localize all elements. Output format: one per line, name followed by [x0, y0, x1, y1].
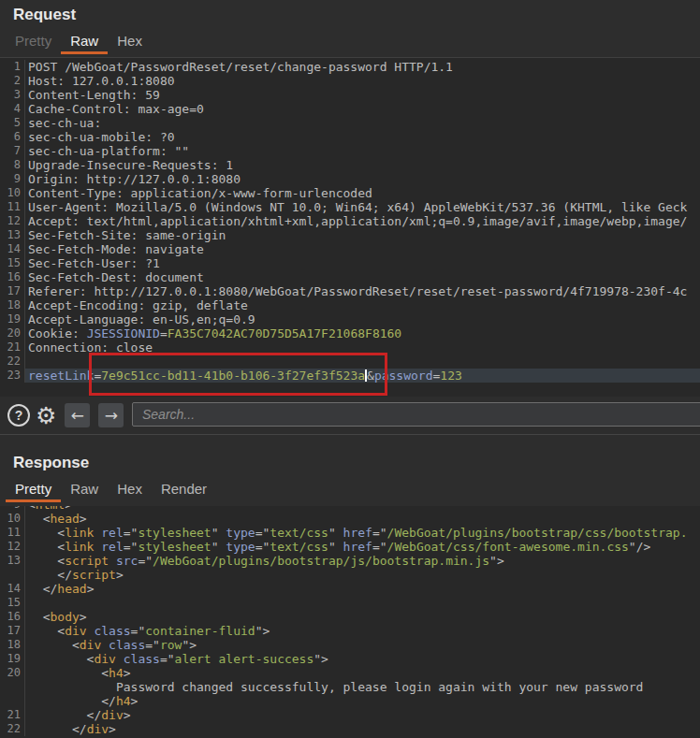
code-line-text: Accept: text/html,application/xhtml+xml,…	[25, 214, 700, 228]
response-tab-raw[interactable]: Raw	[61, 477, 108, 502]
line-number: 8	[0, 158, 25, 172]
code-line[interactable]: 5sec-ch-ua:	[0, 116, 700, 130]
code-line[interactable]: 12 <link rel="stylesheet" type="text/css…	[0, 540, 700, 554]
code-line-text: <link rel="stylesheet" type="text/css" h…	[25, 526, 700, 540]
code-line-text: Content-Type: application/x-www-form-url…	[25, 186, 700, 200]
request-header: Request Pretty Raw Hex	[0, 0, 700, 58]
response-editor[interactable]: 9<html>10 <head>11 <link rel="stylesheet…	[0, 506, 700, 736]
code-line[interactable]: 7sec-ch-ua-platform: ""	[0, 144, 700, 158]
code-line-text: </head>	[25, 582, 700, 596]
code-line[interactable]: 10Content-Type: application/x-www-form-u…	[0, 186, 700, 200]
code-line[interactable]: 23resetLink=7e9c51cc-bd11-41b0-b106-3f27…	[0, 369, 700, 383]
code-line-text: Accept-Encoding: gzip, deflate	[25, 298, 700, 312]
code-line[interactable]: 11User-Agent: Mozilla/5.0 (Windows NT 10…	[0, 200, 700, 214]
help-icon[interactable]: ?	[7, 404, 30, 427]
code-line[interactable]: 21 </div>	[0, 708, 700, 722]
code-line[interactable]: 18Accept-Encoding: gzip, deflate	[0, 298, 700, 312]
code-line[interactable]: 2Host: 127.0.0.1:8080	[0, 74, 700, 88]
code-line[interactable]: 10 <head>	[0, 512, 700, 526]
code-line[interactable]: 18 <div class="row">	[0, 638, 700, 652]
code-line-text: <head>	[25, 512, 700, 526]
code-line[interactable]: 21Connection: close	[0, 340, 700, 355]
response-tabs: Pretty Raw Hex Render	[6, 477, 216, 502]
code-line[interactable]: 4Cache-Control: max-age=0	[0, 102, 700, 116]
line-number	[0, 694, 25, 708]
line-number: 9	[0, 172, 25, 186]
settings-gear-icon[interactable]: ⚙	[36, 404, 56, 427]
code-line[interactable]: 14 </head>	[0, 582, 700, 596]
search-input[interactable]	[132, 402, 700, 427]
response-editor-viewport: 9<html>10 <head>11 <link rel="stylesheet…	[0, 506, 700, 738]
code-line[interactable]: 17Referer: http://127.0.0.1:8080/WebGoat…	[0, 284, 700, 298]
code-line[interactable]: 20Cookie: JSESSIONID=FA35C7042AC70D75D5A…	[0, 326, 700, 340]
line-number: 5	[0, 116, 25, 130]
code-line-text: resetLink=7e9c51cc-bd11-41b0-b106-3f27ef…	[25, 369, 700, 383]
line-number: 13	[0, 554, 25, 568]
response-tab-hex[interactable]: Hex	[108, 477, 152, 502]
line-number: 4	[0, 102, 25, 116]
code-line[interactable]: 13Sec-Fetch-Site: same-origin	[0, 228, 700, 242]
code-line[interactable]: 11 <link rel="stylesheet" type="text/css…	[0, 526, 700, 540]
code-line[interactable]: 12Accept: text/html,application/xhtml+xm…	[0, 214, 700, 228]
code-line[interactable]: 3Content-Length: 59	[0, 88, 700, 102]
code-line[interactable]: 19 <div class="alert alert-success">	[0, 652, 700, 666]
code-line[interactable]: Password changed successfully, please lo…	[0, 680, 700, 694]
response-header: Response Pretty Raw Hex Render	[0, 435, 700, 506]
line-number: 3	[0, 88, 25, 102]
burp-message-viewer: Request Pretty Raw Hex 1POST /WebGoat/Pa…	[0, 0, 700, 738]
code-line-text: sec-ch-ua-mobile: ?0	[25, 130, 700, 144]
request-tab-pretty[interactable]: Pretty	[6, 29, 61, 54]
code-line[interactable]: 20 <h4>	[0, 666, 700, 680]
code-line[interactable]: 16Sec-Fetch-Dest: document	[0, 270, 700, 284]
code-line[interactable]: 6sec-ch-ua-mobile: ?0	[0, 130, 700, 144]
code-line[interactable]: 16 <body>	[0, 610, 700, 624]
code-line-text: Sec-Fetch-User: ?1	[25, 256, 700, 270]
code-line[interactable]: </h4>	[0, 694, 700, 708]
code-line-text: <div class="container-fluid">	[25, 624, 700, 638]
back-arrow-button[interactable]: ←	[65, 403, 90, 427]
line-number: 19	[0, 652, 25, 666]
code-line-text: <link rel="stylesheet" type="text/css" h…	[25, 540, 700, 554]
response-tab-render[interactable]: Render	[152, 477, 216, 502]
code-line[interactable]: </script>	[0, 568, 700, 582]
line-number: 14	[0, 582, 25, 596]
line-number	[0, 568, 25, 582]
code-line[interactable]: 19Accept-Language: en-US,en;q=0.9	[0, 312, 700, 326]
request-editor[interactable]: 1POST /WebGoat/PasswordReset/reset/chang…	[0, 58, 700, 397]
code-line[interactable]: 1POST /WebGoat/PasswordReset/reset/chang…	[0, 60, 700, 74]
code-line[interactable]: 14Sec-Fetch-Mode: navigate	[0, 242, 700, 256]
code-line-text: sec-ch-ua:	[25, 116, 700, 130]
line-number: 21	[0, 708, 25, 722]
request-tab-hex[interactable]: Hex	[108, 29, 152, 54]
request-tab-raw[interactable]: Raw	[61, 29, 108, 54]
code-line[interactable]: 22	[0, 355, 700, 369]
code-line-text: User-Agent: Mozilla/5.0 (Windows NT 10.0…	[25, 200, 700, 214]
line-number: 15	[0, 596, 25, 610]
code-line-text: </div>	[25, 708, 700, 722]
code-line[interactable]: 9Origin: http://127.0.0.1:8080	[0, 172, 700, 186]
request-title: Request	[13, 6, 76, 24]
line-number: 14	[0, 242, 25, 256]
code-line-text: <div class="row">	[25, 638, 700, 652]
code-line-text: </script>	[25, 568, 700, 582]
code-line[interactable]: 17 <div class="container-fluid">	[0, 624, 700, 638]
line-number: 17	[0, 284, 25, 298]
response-tab-pretty[interactable]: Pretty	[6, 477, 61, 502]
code-line[interactable]: 15Sec-Fetch-User: ?1	[0, 256, 700, 270]
line-number: 10	[0, 512, 25, 526]
code-line-text: Connection: close	[25, 340, 700, 355]
line-number: 17	[0, 624, 25, 638]
forward-arrow-button[interactable]: →	[98, 403, 124, 427]
code-line-text: </h4>	[25, 694, 700, 708]
code-line[interactable]: 15	[0, 596, 700, 610]
code-line-text: Upgrade-Insecure-Requests: 1	[25, 158, 700, 172]
line-number: 21	[0, 340, 25, 355]
code-line[interactable]: 13 <script src="/WebGoat/plugins/bootstr…	[0, 554, 700, 568]
line-number: 10	[0, 186, 25, 200]
response-title: Response	[13, 454, 89, 472]
code-line-text: sec-ch-ua-platform: ""	[25, 144, 700, 158]
code-line-text: Sec-Fetch-Dest: document	[25, 270, 700, 284]
line-number: 22	[0, 722, 25, 736]
code-line[interactable]: 8Upgrade-Insecure-Requests: 1	[0, 158, 700, 172]
code-line[interactable]: 22 </div>	[0, 722, 700, 736]
